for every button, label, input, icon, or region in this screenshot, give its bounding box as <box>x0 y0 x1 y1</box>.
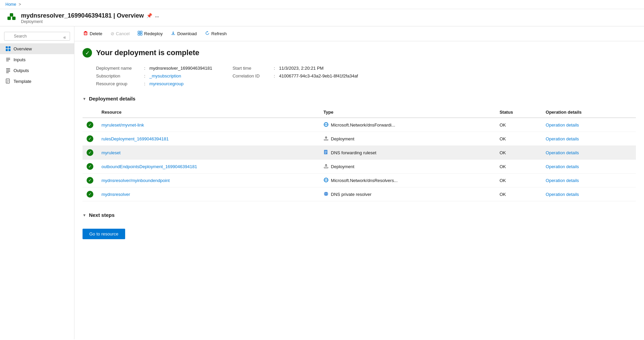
operation-details-link[interactable]: Operation details <box>546 192 579 197</box>
sidebar-item-label: Overview <box>14 46 32 51</box>
resource-link[interactable]: myruleset <box>101 150 120 155</box>
row-success-icon: ✓ <box>87 135 93 142</box>
next-steps-chevron: ▼ <box>83 213 86 217</box>
sidebar-item-inputs[interactable]: Inputs <box>0 54 74 65</box>
deployment-details-title: Deployment details <box>89 96 136 101</box>
redeploy-button[interactable]: Redeploy <box>134 29 166 38</box>
resource-link[interactable]: myruleset/myvnet-link <box>101 122 144 128</box>
svg-rect-4 <box>8 46 10 48</box>
type-icon <box>323 191 329 198</box>
status-cell: OK <box>496 160 542 174</box>
sidebar-item-overview[interactable]: Overview <box>0 43 74 54</box>
delete-icon <box>83 31 88 37</box>
status-cell: OK <box>496 187 542 201</box>
resource-link[interactable]: mydnsresolver <box>101 192 130 197</box>
status-cell: OK <box>496 118 542 132</box>
download-icon <box>171 31 176 37</box>
breadcrumb-home[interactable]: Home <box>5 2 16 7</box>
table-row: ✓ myruleset DNS forwarding ruleset OK Op… <box>83 146 636 160</box>
svg-rect-7 <box>6 58 10 59</box>
deployment-details-section-header[interactable]: ▼ Deployment details <box>83 96 636 101</box>
sidebar-item-label: Inputs <box>14 57 25 62</box>
subscription-link[interactable]: _mysubscription <box>150 73 181 78</box>
search-input[interactable] <box>4 32 70 41</box>
start-time-label: Start time <box>232 66 270 71</box>
redeploy-icon <box>138 31 142 37</box>
deployment-name-value: mydnsresolver_1699046394181 <box>150 66 212 71</box>
page-title: mydnsresolver_1699046394181 | Overview <box>21 12 144 19</box>
deployment-status-title: Your deployment is complete <box>96 48 199 57</box>
correlation-id-value: 41006777-94c3-43a2-9eb1-8f41f2fa34af <box>279 73 358 78</box>
col-status-icon <box>83 107 97 118</box>
success-check-icon: ✓ <box>83 48 92 58</box>
svg-rect-10 <box>6 68 10 69</box>
operation-details-link[interactable]: Operation details <box>546 136 579 141</box>
sidebar-item-template[interactable]: Template <box>0 76 74 87</box>
resource-group-label: Resource group <box>96 81 140 86</box>
collapse-button[interactable]: « <box>63 35 66 40</box>
pin-button[interactable]: 📌 <box>146 13 152 18</box>
deployment-name-label: Deployment name <box>96 66 140 71</box>
type-label: Deployment <box>331 164 354 169</box>
type-cell: Deployment <box>323 163 491 170</box>
svg-rect-25 <box>138 33 140 35</box>
operation-details-link[interactable]: Operation details <box>546 164 579 169</box>
sidebar-item-label: Outputs <box>14 68 29 73</box>
svg-rect-13 <box>6 72 9 73</box>
operation-details-link[interactable]: Operation details <box>546 150 579 155</box>
page-subtitle: Deployment <box>21 19 159 24</box>
operation-details-link[interactable]: Operation details <box>546 178 579 183</box>
type-icon <box>323 136 329 142</box>
resource-group-link[interactable]: myresourcegroup <box>150 81 184 86</box>
deployment-details-chevron: ▼ <box>83 97 86 101</box>
info-resource-group: Resource group : myresourcegroup <box>96 81 212 86</box>
row-success-icon: ✓ <box>87 121 93 128</box>
row-success-icon: ✓ <box>87 149 93 156</box>
breadcrumb-arrow: > <box>19 2 21 7</box>
delete-button[interactable]: Delete <box>80 29 106 38</box>
type-cell: Microsoft.Network/dnsResolvers... <box>323 177 491 184</box>
next-steps-title: Next steps <box>89 212 115 218</box>
svg-rect-11 <box>6 70 10 70</box>
row-success-icon: ✓ <box>87 163 93 170</box>
resource-link[interactable]: mydnsresolver/myinboundendpoint <box>101 178 170 183</box>
type-icon <box>323 163 329 170</box>
svg-rect-0 <box>7 17 11 20</box>
go-to-resource-button[interactable]: Go to resource <box>83 229 125 239</box>
status-cell: OK <box>496 146 542 160</box>
page-icon <box>5 12 18 24</box>
type-cell: Deployment <box>323 136 491 142</box>
resource-link[interactable]: rulesDeployment_1699046394181 <box>101 136 169 141</box>
refresh-icon <box>205 31 210 37</box>
info-deployment-name: Deployment name : mydnsresolver_16990463… <box>96 66 212 71</box>
status-cell: OK <box>496 132 542 146</box>
template-icon <box>5 78 11 84</box>
svg-rect-24 <box>140 31 142 33</box>
more-button[interactable]: ... <box>155 13 159 18</box>
deployment-details-table: Resource Type Status Operation details ✓… <box>83 107 636 201</box>
refresh-button[interactable]: Refresh <box>202 29 230 38</box>
deployment-info-panel: Deployment name : mydnsresolver_16990463… <box>83 66 636 86</box>
subscription-label: Subscription <box>96 73 140 78</box>
next-steps-section-header[interactable]: ▼ Next steps <box>83 212 636 218</box>
type-label: Microsoft.Network/dnsForwardi... <box>331 122 395 128</box>
inputs-icon <box>5 57 11 62</box>
next-steps-section: ▼ Next steps Go to resource <box>83 212 636 239</box>
cancel-button[interactable]: ⊘ Cancel <box>107 29 133 38</box>
sidebar-item-outputs[interactable]: Outputs <box>0 65 74 76</box>
deployment-status-header: ✓ Your deployment is complete <box>83 48 636 58</box>
svg-rect-6 <box>8 49 10 51</box>
resource-link[interactable]: outboundEndpointsDeployment_169904639418… <box>101 164 197 169</box>
svg-rect-36 <box>324 167 328 168</box>
info-start-time: Start time : 11/3/2023, 2:20:21 PM <box>232 66 358 71</box>
cancel-icon: ⊘ <box>111 31 114 36</box>
svg-rect-23 <box>138 31 140 33</box>
col-type: Type <box>319 107 496 118</box>
row-success-icon: ✓ <box>87 177 93 184</box>
operation-details-link[interactable]: Operation details <box>546 122 579 128</box>
download-button[interactable]: Download <box>167 29 200 38</box>
col-operation-details: Operation details <box>542 107 636 118</box>
svg-rect-3 <box>6 46 8 48</box>
type-label: DNS private resolver <box>331 192 371 197</box>
svg-rect-18 <box>85 31 86 32</box>
